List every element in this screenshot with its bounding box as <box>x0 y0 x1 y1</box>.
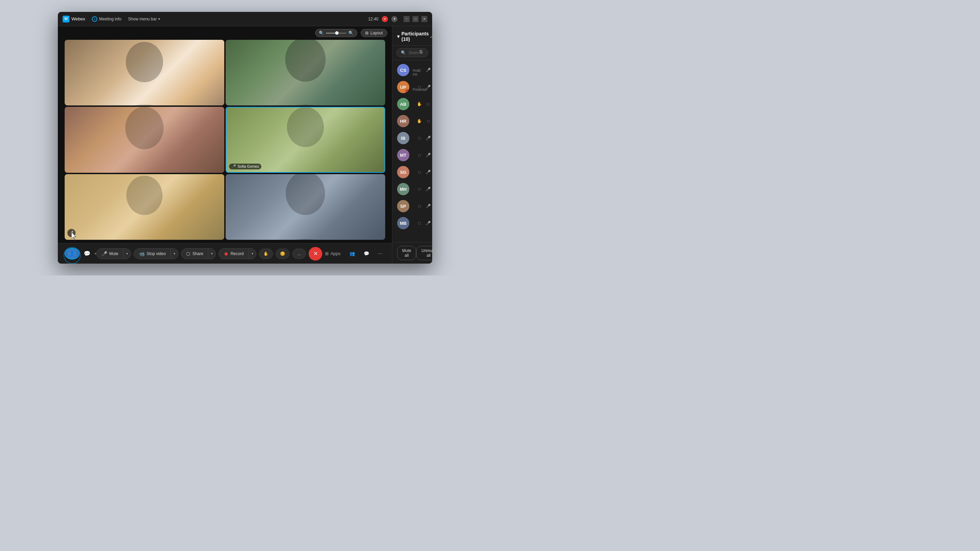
layout-button[interactable]: ⊞ Layout <box>361 29 387 37</box>
mute-btn-group: 🎤 Mute ▾ <box>96 248 131 259</box>
mute-label: Mute <box>109 251 118 256</box>
more-options-icon: ⋯ <box>378 251 382 256</box>
avatar-isabella: IB <box>397 132 409 144</box>
active-speaker-name: Sofia Gomez <box>237 164 259 168</box>
share-button[interactable]: ⬡ Share <box>181 248 208 259</box>
avatar-murad: MH <box>397 183 409 195</box>
share-btn-group: ⬡ Share ▾ <box>181 248 216 259</box>
video-ctrl-clarissa: □ <box>416 68 423 73</box>
svg-point-0 <box>126 42 163 82</box>
svg-point-4 <box>125 107 164 149</box>
hand-ctrl-austen: ✋ <box>416 102 423 106</box>
webex-icon: W <box>63 16 69 22</box>
video-cell-6 <box>226 174 385 240</box>
meeting-info-label: Meeting info <box>99 17 121 21</box>
sort-button[interactable]: ⇅ <box>418 48 425 56</box>
end-call-button[interactable]: ✕ <box>309 247 322 260</box>
webex-logo: W Webex <box>63 16 85 22</box>
mute-all-button[interactable]: Mute all <box>397 246 417 260</box>
participants-panel: ▾ Participants (10) ⤢ ✕ 🔍 ⇅ CS <box>392 26 432 264</box>
emoji-icon: 😊 <box>280 251 285 256</box>
more-options-button[interactable]: ⋯ <box>375 249 385 258</box>
participant-item-austen[interactable]: AB Austen Baker ✋ □ 🎤 <box>392 95 432 113</box>
mute-button[interactable]: 🎤 Mute <box>96 248 124 259</box>
participant-item-murad[interactable]: MH Murad Higgins □ 🎤 <box>392 181 432 198</box>
participant-item-matthew[interactable]: MB Matthew Baker □ 🎤 <box>392 214 432 232</box>
close-button[interactable]: ✕ <box>421 16 427 22</box>
chevron-down-participants-icon[interactable]: ▾ <box>397 34 399 39</box>
record-dropdown-button[interactable]: ▾ <box>249 248 256 259</box>
svg-point-6 <box>287 108 324 147</box>
stop-video-dropdown-button[interactable]: ▾ <box>171 248 178 259</box>
apps-label: Apps <box>331 251 340 256</box>
video-ctrl-sonali: □ <box>416 204 423 208</box>
video-ctrl-henry: □ <box>425 119 432 124</box>
participant-item-clarissa[interactable]: CS Clarissa Smith Host, me □ 🎤 <box>392 62 432 79</box>
unmute-all-button[interactable]: Unmute all <box>416 246 432 260</box>
avatar-marise: MT <box>397 149 409 161</box>
time-display: 12:40 <box>368 17 379 21</box>
mic-ctrl-umar: 🎤 <box>425 85 432 89</box>
zoom-control[interactable]: 🔍 🔍 <box>315 29 357 37</box>
participants-button[interactable]: 👥 <box>347 249 358 258</box>
mic-ctrl-murad: 🎤 <box>425 187 432 192</box>
chevron-down-icon: ▾ <box>158 17 160 21</box>
title-bar: W Webex i Meeting info Show menu bar ▾ 1… <box>58 12 432 26</box>
panel-header-actions: ⤢ ✕ <box>429 33 432 40</box>
app-name: Webex <box>72 16 85 21</box>
share-dropdown-button[interactable]: ▾ <box>208 248 216 259</box>
mic-ctrl-sofia: 🎤 <box>425 170 432 175</box>
apps-button[interactable]: ⊞ Apps <box>322 249 343 258</box>
active-speaker-label: 🎤 Sofia Gomez <box>229 164 262 169</box>
stop-video-button[interactable]: 📹 Stop video <box>134 248 171 259</box>
layout-label: Layout <box>371 30 383 35</box>
mic-ctrl-marise: 🎤 <box>425 153 432 157</box>
video-ctrl-umar: □ <box>416 85 423 89</box>
video-cell-1 <box>65 40 224 105</box>
record-button[interactable]: ⏺ Record <box>218 248 249 259</box>
participant-item-henry[interactable]: HR Henry Riggs ✋ □ 🎤 <box>392 113 432 130</box>
video-ctrl-sofia: □ <box>416 170 423 175</box>
toolbar-right: ⊞ Apps 👥 💬 ⋯ <box>322 249 385 258</box>
app-window: W Webex i Meeting info Show menu bar ▾ 1… <box>58 12 432 264</box>
title-bar-left: W Webex i Meeting info Show menu bar ▾ <box>63 15 363 23</box>
video-icon: 📹 <box>139 251 145 256</box>
title-bar-right: 12:40 ● ⏸ − □ ✕ <box>368 16 427 22</box>
window-controls: − □ ✕ <box>404 16 427 22</box>
participant-item-sonali[interactable]: SP Sonali Pitchard □ 🎤 <box>392 198 432 214</box>
apps-icon: ⊞ <box>325 251 329 256</box>
zoom-slider-thumb <box>335 31 339 35</box>
svg-point-8 <box>126 176 162 215</box>
reactions-button[interactable]: ✋ <box>259 249 273 259</box>
avatar-henry: HR <box>397 115 409 127</box>
panel-header: ▾ Participants (10) ⤢ ✕ <box>392 26 432 46</box>
avatar-austen: AB <box>397 98 409 110</box>
controls-isabella: □ 🎤 <box>416 136 432 140</box>
mute-dropdown-button[interactable]: ▾ <box>124 248 131 259</box>
avatar-initials-umar: UP <box>400 85 406 90</box>
restore-button[interactable]: □ <box>412 16 418 22</box>
emoji-button[interactable]: 😊 <box>275 249 290 259</box>
popout-button[interactable]: ⤢ <box>429 33 432 40</box>
more-button[interactable]: ... <box>292 249 306 259</box>
zoom-slider[interactable] <box>326 33 347 34</box>
toolbar-center: 🎤 Mute ▾ 📹 Stop video ▾ <box>96 247 322 260</box>
avatar-clarissa: CS <box>397 64 409 76</box>
chat-button[interactable]: 💬 <box>361 249 372 258</box>
minimize-button[interactable]: − <box>404 16 410 22</box>
participant-item-sofia[interactable]: SG Sofia Gomez □ 🎤 <box>392 164 432 181</box>
show-menu-bar-button[interactable]: Show menu bar ▾ <box>128 17 160 21</box>
chat-small-button[interactable]: 💬 <box>82 249 92 258</box>
meeting-info-button[interactable]: i Meeting info <box>89 15 124 23</box>
participant-item-isabella[interactable]: IB Isabella Brennan □ 🎤 <box>392 130 432 147</box>
controls-sofia: □ 🎤 <box>416 170 432 175</box>
self-view-button[interactable]: 👤 <box>65 248 80 259</box>
participants-list: CS Clarissa Smith Host, me □ 🎤 UP ● <box>392 60 432 242</box>
mic-icon: 🎤 <box>102 251 107 256</box>
video-cell-5: 🎤 <box>65 174 224 240</box>
participant-item-umar[interactable]: UP ● Umar Patel Presenter □ 🎤 <box>392 79 432 95</box>
mic-ctrl-isabella: 🎤 <box>425 136 432 140</box>
video-ctrl-matthew: □ <box>416 221 423 225</box>
participant-item-marise[interactable]: MT Marise Torres □ 🎤 <box>392 147 432 164</box>
svg-point-2 <box>285 40 326 82</box>
